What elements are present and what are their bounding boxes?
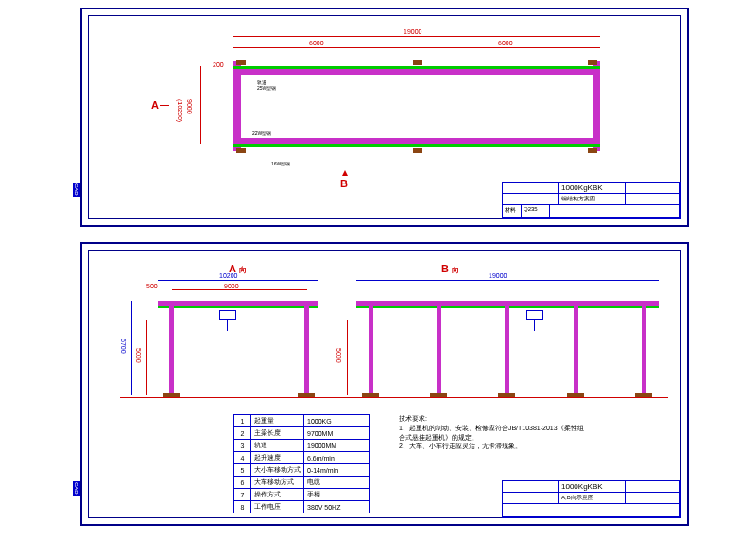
main-beam-bottom [233,138,600,144]
a-hook-line [227,320,228,331]
req-line2: 2、大车、小车行走应灵活，无卡滞现象。 [399,442,588,451]
side-cad-label-top: CAD [73,183,80,197]
b-post-2 [437,301,441,395]
dim-10200: 10200 [219,272,237,279]
dim-5000: 5000 [135,348,142,363]
req-line1: 1、起重机的制动、安装、检修应符合JB/T10381-2013《柔性组合式悬挂起… [399,424,588,443]
base-label: 16W型钢 [271,161,290,166]
support-3 [588,60,597,65]
spec-row: 4起升速度6.6m/min [234,452,370,464]
dim-5000b-line [347,320,348,395]
spec-row: 6大车移动方式电缆 [234,477,370,489]
section-a-arrow-line [160,105,169,106]
dim-5000-line [146,320,147,395]
spec-row: 3轨道19000MM [234,440,370,452]
tech-requirements: 技术要求: 1、起重机的制动、安装、检修应符合JB/T10381-2013《柔性… [399,414,588,451]
subtitle-top: 钢结构方案图 [559,194,626,204]
drawing-frame-bottom: CAD A 向 B 向 10200 9000 500 6700 5000 190… [80,242,689,526]
cross-label-2: 22W型钢 [252,130,271,136]
side-cad-label-bottom: CAD [73,481,80,496]
dim-9000: 9000 [224,283,239,289]
spec-row: 2主梁长度9700MM [234,427,370,440]
dim-9000-line [172,289,307,290]
dim-19000-line [356,280,659,281]
dim-total-line [233,36,600,37]
b-post-1 [369,301,373,395]
dim-10200-line [158,280,318,281]
spec-row: 5大小车移动方式0-14m/min [234,464,370,477]
spec-row: 1起重量1000KG [234,415,370,427]
support-5 [413,148,422,153]
spec-row: 8工作电压380V 50HZ [234,501,370,513]
view-b-label: B 向 [441,263,459,275]
title-top: 1000KgKBK [559,183,626,193]
material: Q235 [522,205,550,217]
dim-width: (10200) [177,99,183,122]
section-b-arrow [342,170,348,176]
dim-19000: 19000 [489,272,507,279]
a-post-2 [304,301,309,395]
support-2 [413,60,422,65]
dim-5000b: 5000 [335,348,342,363]
rail-bottom [233,144,600,147]
dim-height: 9000 [186,99,193,114]
support-4 [236,148,246,153]
support-6 [588,148,597,153]
drawing-frame-top: CAD 19000 6000 6000 9000 (10200) 200 A B… [80,8,689,227]
b-post-4 [574,301,578,395]
hoist-a [219,310,236,320]
spec-row: 7操作方式手柄 [234,489,370,501]
dim-500: 500 [146,283,158,289]
cross-label-1b: 25W型钢 [257,85,276,91]
subtitle-bottom: A,B向示意图 [559,493,626,503]
spec-table: 1起重量1000KG 2主梁长度9700MM 3轨道19000MM 4起升速度6… [233,414,370,513]
a-post-1 [169,301,174,395]
title-block-bottom: 1000KgKBK A,B向示意图 [502,480,681,518]
title-bottom: 1000KgKBK [559,481,626,492]
req-heading: 技术要求: [399,414,588,424]
b-post-3 [505,301,509,395]
dim-span2: 6000 [498,40,513,46]
section-a-label: A [151,99,159,111]
dim-h-line [200,66,201,144]
support-1 [236,60,246,65]
ground-line [120,397,668,398]
dim-total: 19000 [404,28,421,35]
a-rail [158,306,318,308]
hoist-b [526,310,543,320]
b-post-5 [642,301,646,395]
b-hook-line [534,320,535,331]
dim-span1: 6000 [309,40,324,46]
dim-small: 200 [213,61,224,68]
main-beam-top [233,69,600,75]
dim-6700-line [131,301,132,395]
dim-span-line [233,47,600,48]
section-b-label: B [340,178,348,189]
dim-6700: 6700 [120,339,127,354]
title-block-top: 1000KgKBK 钢结构方案图 材料 Q235 [502,182,681,219]
